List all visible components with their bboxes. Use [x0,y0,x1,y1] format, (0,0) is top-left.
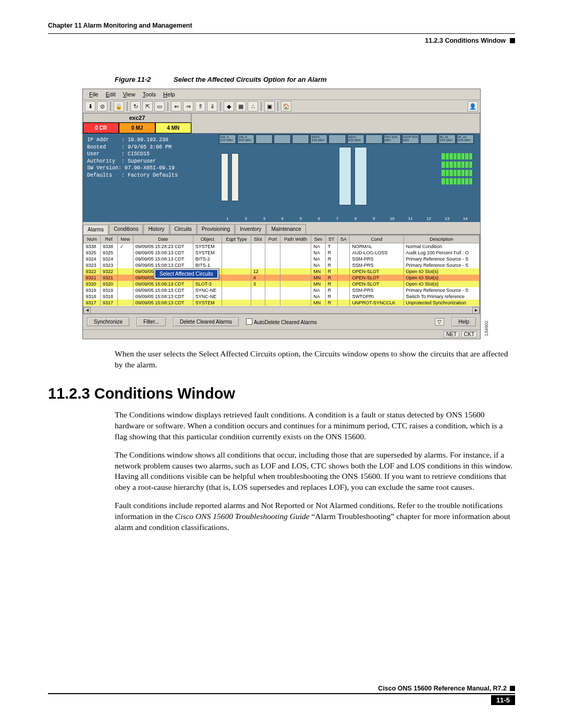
help-button[interactable]: Help [451,317,476,326]
conditions-p3: Fault conditions include reported alarms… [115,500,515,533]
up-level-icon[interactable]: ⇱ [142,101,153,112]
ctc-window: File Edit View Tools Help ⬇ ⊘ 🔒 ↻ ⇱ ▭ ⇐ … [82,89,481,339]
slot-number: 13 [438,216,456,221]
tab-history[interactable]: History [143,224,169,234]
synchronize-button[interactable]: Synchronize [87,317,129,326]
filter-button[interactable]: Filter... [137,317,166,326]
node-info: IP Addr : 10.89.193.238 Booted : 9/9/05 … [83,133,203,222]
table-row[interactable]: 93389338✓09/09/05 15:28:23 CDTSYSTEMNATN… [84,243,480,250]
grid-icon[interactable]: ▦ [236,101,246,112]
col-eqpt-type[interactable]: Eqpt Type [222,236,251,243]
refresh-icon[interactable]: ↻ [130,101,141,112]
shelf-slot-header: 100_4 STA SRV [219,134,236,144]
col-date[interactable]: Date [133,236,193,243]
node-area: IP Addr : 10.89.193.238 Booted : 9/9/05 … [83,133,480,222]
table-row[interactable]: 9324932409/09/05 15:08:13 CDTBITS-2NARSS… [84,256,480,262]
menu-help[interactable]: Help [160,90,178,98]
table-row[interactable]: 9319931909/09/05 15:08:13 CDTSYNC-NENARS… [84,287,480,293]
arrow-down-icon[interactable]: ⇓ [207,101,217,112]
home-icon[interactable]: 🏠 [281,101,291,112]
table-row[interactable]: 9323932309/09/05 15:08:13 CDTBITS-1NARSS… [84,262,480,268]
col-st[interactable]: ST [325,236,337,243]
tb-sep [220,102,221,111]
col-object[interactable]: Object [193,236,222,243]
slot-number: 4 [274,216,291,221]
tab-conditions[interactable]: Conditions [109,224,143,234]
node-title: exc27 [83,113,191,122]
table-row[interactable]: 9317931709/09/05 15:08:13 CDTSYSTEMMNRUN… [84,300,480,306]
card-slot-1[interactable] [221,153,228,201]
col-port[interactable]: Port [265,236,280,243]
diamond-icon[interactable]: ◆ [224,101,234,112]
tab-alarms[interactable]: Alarms [83,225,108,235]
page-footer: Cisco ONS 15600 Reference Manual, R7.2 1… [48,685,515,705]
tb-icon-stop[interactable]: ⊘ [97,101,107,112]
chapter-header: Chapter 11 Alarm Monitoring and Manageme… [48,22,192,29]
section-header: 11.2.3 Conditions Window [425,37,506,44]
conditions-p1: The Conditions window displays retrieved… [115,410,515,442]
card-slot-2[interactable] [231,153,239,201]
menu-edit[interactable]: Edit [103,90,119,98]
slot-number: 1 [219,216,236,221]
col-ref[interactable]: Ref [100,236,117,243]
target-icon[interactable]: ▣ [264,101,275,112]
arrow-left-icon[interactable]: ⇐ [171,101,181,112]
person-icon[interactable]: 👤 [468,101,478,112]
tab-circuits[interactable]: Circuits [170,224,197,234]
context-menu[interactable]: Select Affected Circuits [154,268,219,279]
slot-number: 6 [310,216,327,221]
summary-mn: 4 MN [155,122,191,133]
slot-number: 2 [237,216,254,221]
card-tsc-10[interactable] [339,147,351,205]
shelf-slot-header: TSC STA SRV [384,134,401,144]
doc-icon[interactable]: ▭ [154,101,165,112]
tb-icon-1[interactable]: ⬇ [85,101,95,112]
table-row[interactable]: 9321932109/09/05 15:084MNROPEN-SLOTOpen … [84,275,480,281]
menu-view[interactable]: View [120,90,139,98]
tab-maintenance[interactable]: Maintenance [266,224,305,234]
table-row[interactable]: 9318931809/09/05 15:08:13 CDTSYNC-NENARS… [84,293,480,300]
summary-cr: 0 CR [83,122,119,133]
table-row[interactable]: 9322932209/09/05 15:0812MNROPEN-SLOTOpen… [84,268,480,275]
col-cond[interactable]: Cond [350,236,403,243]
header-rule [48,33,515,34]
table-row[interactable]: 9325932509/09/05 15:08:13 CDTSYSTEMNARAU… [84,250,480,256]
shelf-slot-header: 100_4 STA SRV [237,134,254,144]
slot-number: 12 [420,216,437,221]
shelf-slot-header [292,134,309,144]
col-new[interactable]: New [117,236,133,243]
autodelete-checkbox[interactable]: AutoDelete Cleared Alarms [246,318,317,325]
slot-number: 8 [347,216,364,221]
section-heading: 11.2.3 Conditions Window [48,385,515,402]
tab-provisioning[interactable]: Provisioning [197,224,235,234]
gear-icon[interactable]: ⛬ [248,101,258,112]
slot-number: 10 [384,216,401,221]
shelf-slot-header [274,134,291,144]
filter-dropdown-icon[interactable]: ▽ [435,318,444,326]
arrow-up-icon[interactable]: ⇑ [195,101,205,112]
col-slot[interactable]: Slot [251,236,265,243]
alarm-table[interactable]: NumRefNewDateObjectEqpt TypeSlotPortPath… [83,235,480,306]
hscroll-right[interactable]: ▸ [472,307,480,314]
figure-label: Figure 11-2 [115,76,151,83]
delete-cleared-button[interactable]: Delete Cleared Alarms [173,317,239,326]
tab-inventory[interactable]: Inventory [235,224,266,234]
col-path-width[interactable]: Path Width [280,236,311,243]
menu-tools[interactable]: Tools [139,90,159,98]
ctx-select-affected-circuits[interactable]: Select Affected Circuits [155,270,217,278]
col-sev[interactable]: Sev [311,236,325,243]
hscroll-left[interactable]: ◂ [83,307,91,314]
card-asap-11[interactable] [354,147,367,205]
shelf-slot-header [365,134,383,144]
lock-icon[interactable]: 🔒 [114,101,124,112]
col-num[interactable]: Num [84,236,101,243]
col-description[interactable]: Description [403,236,479,243]
col-sa[interactable]: SA [337,236,350,243]
shelf-view[interactable]: 100_4 STA SRV100_4 STA SRVSSXC STA SRVSS… [203,133,480,222]
arrow-right-icon[interactable]: ⇒ [183,101,193,112]
right-indicator-bars [442,153,473,187]
menu-file[interactable]: File [86,90,102,98]
header-marker [510,38,515,43]
status-bar: NET CKT [83,329,480,339]
table-row[interactable]: 9320932009/09/05 15:08:13 CDTSLOT-33MNRO… [84,281,480,287]
